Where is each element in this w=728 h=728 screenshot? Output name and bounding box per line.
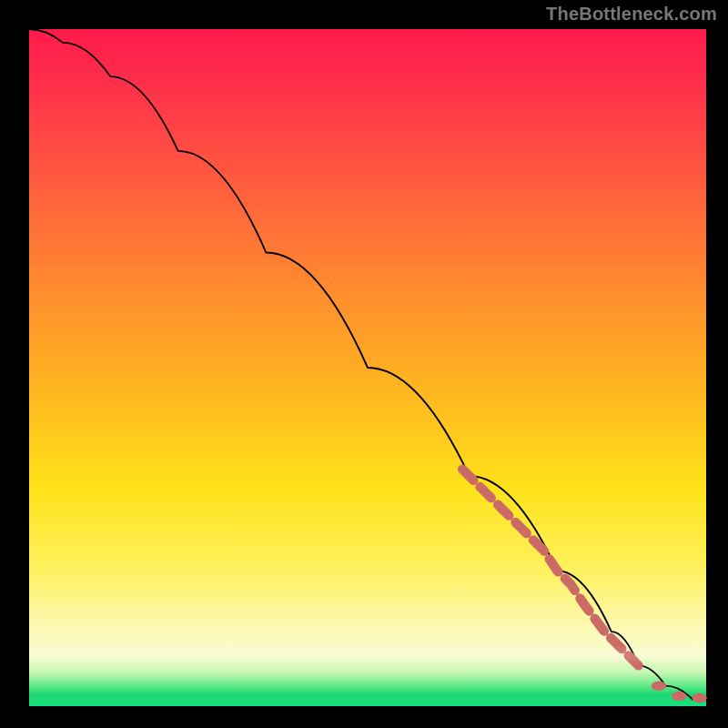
trailing-dots (652, 681, 707, 703)
trailing-dot (672, 692, 686, 701)
highlight-dashes (462, 470, 638, 666)
trailing-dot (652, 681, 666, 690)
chart-frame: TheBottleneck.com (0, 0, 728, 728)
trailing-dot (692, 693, 706, 703)
curve-svg (29, 29, 706, 706)
main-curve (29, 29, 706, 700)
plot-area (29, 29, 706, 706)
watermark-label: TheBottleneck.com (546, 4, 717, 25)
